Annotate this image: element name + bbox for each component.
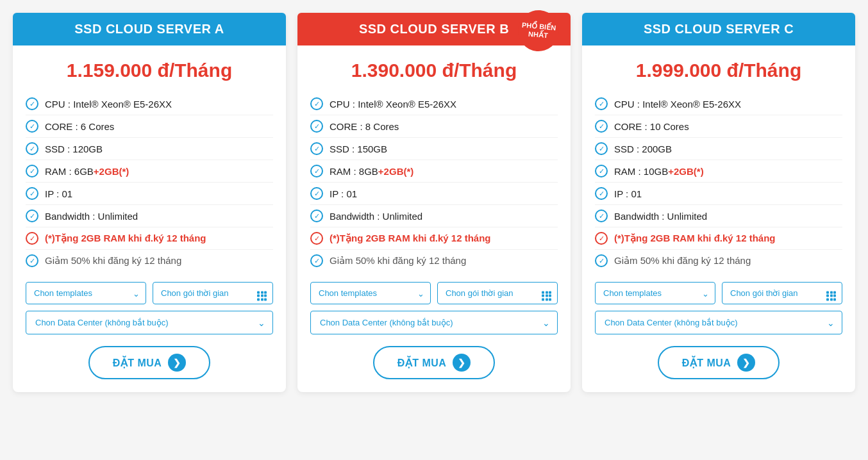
- arrow-right-icon: ❯: [453, 354, 471, 372]
- list-item: ✓Giảm 50% khi đăng ký 12 tháng: [595, 250, 842, 272]
- feature-promo-text: (*)Tặng 2GB RAM khi đ.ký 12 tháng: [330, 233, 491, 244]
- card-order-server-c: ĐẶT MUA❯: [582, 334, 855, 379]
- templates-wrapper-server-b: Chon templates⌄: [310, 282, 431, 304]
- order-button-server-a[interactable]: ĐẶT MUA❯: [88, 346, 211, 379]
- order-button-label: ĐẶT MUA: [113, 357, 162, 369]
- card-header-server-c: SSD CLOUD SERVER C: [582, 13, 855, 45]
- order-button-server-c[interactable]: ĐẶT MUA❯: [658, 346, 780, 379]
- check-icon: ✓: [310, 165, 323, 177]
- list-item: ✓(*)Tặng 2GB RAM khi đ.ký 12 tháng: [595, 227, 842, 250]
- list-item: ✓CPU : Intel® Xeon® E5-26XX: [26, 93, 273, 115]
- check-icon: ✓: [310, 97, 323, 110]
- list-item: ✓RAM : 6GB +2GB(*): [26, 160, 273, 183]
- card-price-server-b: 1.390.000 đ/Tháng: [297, 45, 571, 93]
- select-time-server-c[interactable]: Chon gói thời gian: [722, 282, 842, 304]
- list-item: ✓RAM : 10GB +2GB(*): [595, 160, 842, 183]
- datacenter-wrapper-server-b: Chon Data Center (không bắt buộc)⌄: [310, 311, 558, 334]
- card-features-server-b: ✓CPU : Intel® Xeon® E5-26XX✓CORE : 8 Cor…: [297, 93, 571, 272]
- card-server-b: PHỔ BIẾNNHẤTSSD CLOUD SERVER B1.390.000 …: [297, 13, 571, 392]
- list-item: ✓Bandwidth : Unlimited: [310, 205, 558, 227]
- list-item: ✓Bandwidth : Unlimited: [595, 205, 842, 227]
- card-order-server-a: ĐẶT MUA❯: [13, 334, 286, 379]
- list-item: ✓Giảm 50% khi đăng ký 12 tháng: [310, 250, 558, 272]
- list-item: ✓IP : 01: [310, 183, 558, 205]
- check-icon: ✓: [595, 165, 608, 177]
- check-icon: ✓: [26, 142, 38, 155]
- check-icon: ✓: [26, 232, 38, 245]
- list-item: ✓(*)Tặng 2GB RAM khi đ.ký 12 tháng: [310, 227, 558, 250]
- list-item: ✓Giảm 50% khi đăng ký 12 tháng: [26, 250, 273, 272]
- check-icon: ✓: [595, 97, 608, 110]
- check-icon: ✓: [595, 254, 608, 267]
- feature-promo-text: (*)Tặng 2GB RAM khi đ.ký 12 tháng: [45, 233, 206, 244]
- list-item: ✓CPU : Intel® Xeon® E5-26XX: [310, 93, 558, 115]
- order-button-label: ĐẶT MUA: [682, 357, 731, 369]
- check-icon: ✓: [595, 120, 608, 133]
- feature-highlight: +2GB(*): [668, 166, 703, 177]
- check-icon: ✓: [26, 209, 38, 222]
- list-item: ✓IP : 01: [595, 183, 842, 205]
- list-item: ✓RAM : 8GB +2GB(*): [310, 160, 558, 183]
- check-icon: ✓: [26, 165, 38, 177]
- check-icon: ✓: [595, 232, 608, 245]
- time-wrapper-server-a: Chon gói thời gian: [153, 282, 273, 304]
- card-selects-server-c: Chon templates⌄Chon gói thời gian: [582, 272, 855, 304]
- select-templates-server-a[interactable]: Chon templates: [26, 282, 146, 304]
- card-order-server-b: ĐẶT MUA❯: [297, 334, 571, 379]
- card-price-server-c: 1.999.000 đ/Tháng: [582, 45, 855, 93]
- list-item: ✓SSD : 200GB: [595, 138, 842, 160]
- select-time-server-b[interactable]: Chon gói thời gian: [437, 282, 558, 304]
- datacenter-wrapper-server-c: Chon Data Center (không bắt buộc)⌄: [595, 311, 842, 334]
- select-datacenter-server-c[interactable]: Chon Data Center (không bắt buộc): [595, 311, 842, 334]
- feature-discount-text: Giảm 50% khi đăng ký 12 tháng: [330, 255, 466, 267]
- card-header-server-a: SSD CLOUD SERVER A: [13, 13, 286, 45]
- select-time-server-a[interactable]: Chon gói thời gian: [153, 282, 273, 304]
- check-icon: ✓: [595, 187, 608, 200]
- check-icon: ✓: [310, 232, 323, 245]
- check-icon: ✓: [26, 187, 38, 200]
- check-icon: ✓: [26, 254, 38, 267]
- feature-highlight: +2GB(*): [378, 166, 413, 177]
- arrow-right-icon: ❯: [168, 354, 186, 372]
- list-item: ✓CORE : 10 Cores: [595, 115, 842, 138]
- check-icon: ✓: [595, 142, 608, 155]
- feature-highlight: +2GB(*): [94, 166, 129, 177]
- check-icon: ✓: [310, 209, 323, 222]
- feature-discount-text: Giảm 50% khi đăng ký 12 tháng: [45, 255, 181, 267]
- check-icon: ✓: [26, 120, 38, 133]
- select-templates-server-c[interactable]: Chon templates: [595, 282, 715, 304]
- time-wrapper-server-c: Chon gói thời gian: [722, 282, 842, 304]
- check-icon: ✓: [310, 254, 323, 267]
- card-features-server-c: ✓CPU : Intel® Xeon® E5-26XX✓CORE : 10 Co…: [582, 93, 855, 272]
- list-item: ✓(*)Tặng 2GB RAM khi đ.ký 12 tháng: [26, 227, 273, 250]
- check-icon: ✓: [310, 120, 323, 133]
- list-item: ✓CORE : 6 Cores: [26, 115, 273, 138]
- time-wrapper-server-b: Chon gói thời gian: [437, 282, 558, 304]
- check-icon: ✓: [595, 209, 608, 222]
- check-icon: ✓: [310, 187, 323, 200]
- list-item: ✓SSD : 120GB: [26, 138, 273, 160]
- templates-wrapper-server-a: Chon templates⌄: [26, 282, 146, 304]
- templates-wrapper-server-c: Chon templates⌄: [595, 282, 715, 304]
- list-item: ✓CPU : Intel® Xeon® E5-26XX: [595, 93, 842, 115]
- card-datacenter-server-c: Chon Data Center (không bắt buộc)⌄: [582, 304, 855, 334]
- card-selects-server-a: Chon templates⌄Chon gói thời gian: [13, 272, 286, 304]
- check-icon: ✓: [310, 142, 323, 155]
- list-item: ✓CORE : 8 Cores: [310, 115, 558, 138]
- list-item: ✓IP : 01: [26, 183, 273, 205]
- feature-promo-text: (*)Tặng 2GB RAM khi đ.ký 12 tháng: [614, 233, 776, 244]
- list-item: ✓SSD : 150GB: [310, 138, 558, 160]
- feature-discount-text: Giảm 50% khi đăng ký 12 tháng: [614, 255, 751, 267]
- card-datacenter-server-a: Chon Data Center (không bắt buộc)⌄: [13, 304, 286, 334]
- pricing-cards: SSD CLOUD SERVER A1.159.000 đ/Tháng✓CPU …: [13, 13, 855, 392]
- datacenter-wrapper-server-a: Chon Data Center (không bắt buộc)⌄: [26, 311, 273, 334]
- card-price-server-a: 1.159.000 đ/Tháng: [13, 45, 286, 93]
- order-button-server-b[interactable]: ĐẶT MUA❯: [373, 346, 496, 379]
- order-button-label: ĐẶT MUA: [397, 357, 447, 369]
- card-server-c: SSD CLOUD SERVER C1.999.000 đ/Tháng✓CPU …: [582, 13, 855, 392]
- select-datacenter-server-b[interactable]: Chon Data Center (không bắt buộc): [310, 311, 558, 334]
- select-datacenter-server-a[interactable]: Chon Data Center (không bắt buộc): [26, 311, 273, 334]
- select-templates-server-b[interactable]: Chon templates: [310, 282, 431, 304]
- card-features-server-a: ✓CPU : Intel® Xeon® E5-26XX✓CORE : 6 Cor…: [13, 93, 286, 272]
- check-icon: ✓: [26, 97, 38, 110]
